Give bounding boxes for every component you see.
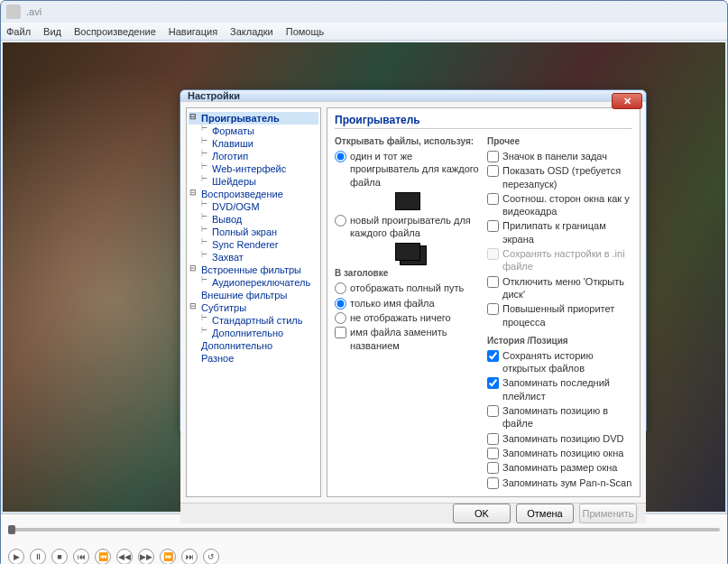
menu-воспроизведение[interactable]: Воспроизведение (74, 26, 156, 37)
history-check-1[interactable]: Запоминать последний плейлист (487, 376, 632, 402)
window-title: .avi (26, 6, 722, 17)
history-check-4[interactable]: Запоминать позицию окна (487, 447, 632, 459)
tree-node-3[interactable]: Логотип (189, 150, 318, 162)
radio-display-nothing[interactable]: не отображать ничего (335, 311, 480, 324)
close-button[interactable]: ✕ (612, 93, 642, 109)
monitor-double-icon (395, 243, 420, 261)
tree-node-12[interactable]: Встроенные фильтры (189, 264, 318, 276)
history-check-0[interactable]: Сохранять историю открытых файлов (487, 349, 632, 375)
cancel-button[interactable]: Отмена (516, 504, 574, 523)
history-group-title: История /Позиция (487, 336, 632, 346)
tree-node-2[interactable]: Клавиши (189, 137, 318, 150)
dialog-footer: OK Отмена Применить (180, 503, 646, 523)
transport-btn-7[interactable]: ⏩ (160, 549, 176, 564)
transport-btn-1[interactable]: ⏸ (30, 549, 46, 564)
settings-dialog: Настройки ✕ ПроигрывательФорматыКлавишиЛ… (180, 89, 647, 432)
app-icon (6, 5, 21, 19)
transport-btn-4[interactable]: ⏪ (95, 549, 111, 564)
seek-thumb[interactable] (8, 525, 15, 534)
tree-node-13[interactable]: Аудиопереключатель (189, 276, 318, 289)
seek-slider[interactable] (8, 528, 720, 532)
history-check-6[interactable]: Запоминать зум Pan-n-Scan (487, 476, 632, 489)
tree-node-1[interactable]: Форматы (189, 125, 318, 137)
transport-btn-6[interactable]: ▶▶ (138, 549, 154, 564)
apply-button: Применить (579, 504, 637, 523)
tree-node-4[interactable]: Web-интерфейс (189, 162, 318, 175)
transport-btn-2[interactable]: ■ (51, 549, 68, 564)
tree-node-15[interactable]: Субтитры (189, 301, 318, 314)
tree-node-5[interactable]: Шейдеры (189, 175, 318, 188)
history-check-2[interactable]: Запоминать позицию в файле (487, 404, 632, 430)
tree-node-0[interactable]: Проигрыватель (189, 112, 318, 125)
transport-btn-8[interactable]: ⏭ (181, 549, 198, 564)
menu-вид[interactable]: Вид (43, 26, 61, 37)
menu-закладки[interactable]: Закладки (230, 26, 273, 37)
settings-tree[interactable]: ПроигрывательФорматыКлавишиЛоготипWeb-ин… (186, 107, 321, 497)
menu-навигация[interactable]: Навигация (169, 26, 217, 37)
tree-node-8[interactable]: Вывод (189, 213, 318, 226)
other-check-2[interactable]: Соотнош. сторон окна как у видеокадра (487, 192, 632, 218)
transport-btn-3[interactable]: ⏮ (73, 549, 89, 564)
other-check-4: Сохранять настройки в .ini файле (487, 247, 632, 273)
menu-файл[interactable]: Файл (6, 26, 31, 37)
transport-btn-9[interactable]: ↺ (203, 549, 219, 564)
tree-node-16[interactable]: Стандартный стиль (189, 314, 318, 327)
other-check-3[interactable]: Прилипать к границам экрана (487, 219, 632, 245)
radio-filename-only[interactable]: только имя файла (335, 297, 480, 310)
transport-btn-5[interactable]: ◀◀ (116, 549, 133, 564)
main-window: .avi ФайлВидВоспроизведениеНавигацияЗакл… (0, 0, 728, 564)
tree-node-9[interactable]: Полный экран (189, 226, 318, 238)
tree-node-18[interactable]: Дополнительно (189, 339, 318, 352)
radio-full-path[interactable]: отображать полный путь (335, 282, 480, 294)
menu-помощь[interactable]: Помощь (286, 26, 325, 37)
tree-node-17[interactable]: Дополнительно (189, 327, 318, 339)
ok-button[interactable]: OK (453, 504, 511, 523)
tree-node-11[interactable]: Захват (189, 251, 318, 264)
monitor-single-icon (395, 192, 420, 210)
transport-bar: ▶⏸■⏮⏪◀◀▶▶⏩⏭↺ (1, 544, 727, 564)
radio-same-player[interactable]: один и тот же проигрыватель для каждого … (335, 150, 480, 189)
titlebar[interactable]: .avi (1, 1, 727, 23)
history-check-3[interactable]: Запоминать позицию DVD (487, 432, 632, 445)
history-check-5[interactable]: Запоминать размер окна (487, 461, 632, 474)
close-icon: ✕ (623, 96, 631, 107)
settings-content: Проигрыватель Открывать файлы, используя… (327, 107, 640, 497)
dialog-body: ПроигрывательФорматыКлавишиЛоготипWeb-ин… (180, 101, 646, 503)
title-group-title: В заголовке (335, 268, 480, 278)
transport-btn-0[interactable]: ▶ (8, 549, 24, 564)
menubar: ФайлВидВоспроизведениеНавигацияЗакладкиП… (1, 23, 727, 41)
other-check-0[interactable]: Значок в панели задач (487, 150, 632, 162)
open-group-title: Открывать файлы, используя: (335, 136, 480, 146)
tree-node-10[interactable]: Sync Renderer (189, 238, 318, 251)
other-check-5[interactable]: Отключить меню 'Открыть диск' (487, 275, 632, 301)
tree-node-19[interactable]: Разное (189, 352, 318, 365)
content-heading: Проигрыватель (335, 114, 632, 129)
dialog-titlebar[interactable]: Настройки ✕ (180, 90, 646, 101)
tree-node-7[interactable]: DVD/OGM (189, 200, 318, 213)
other-group-title: Прочее (487, 136, 632, 146)
dialog-title: Настройки (188, 90, 240, 101)
other-check-6[interactable]: Повышенный приоритет процесса (487, 302, 632, 328)
tree-node-14[interactable]: Внешние фильтры (189, 289, 318, 301)
other-check-1[interactable]: Показать OSD (требуется перезапуск) (487, 164, 632, 190)
tree-node-6[interactable]: Воспроизведение (189, 188, 318, 200)
check-replace-with-title[interactable]: имя файла заменить названием (335, 326, 480, 352)
radio-new-player[interactable]: новый проигрыватель для каждого файла (335, 214, 480, 240)
